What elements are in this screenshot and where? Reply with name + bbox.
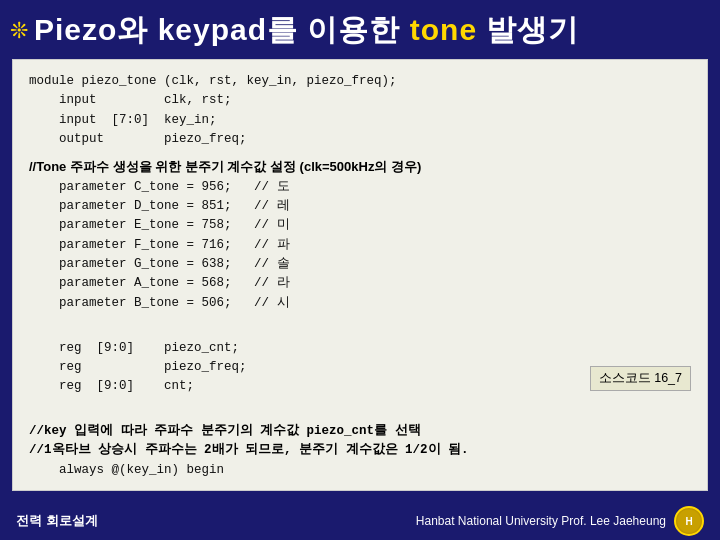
module-decl-line: module piezo_tone (clk, rst, key_in, pie… [29, 72, 691, 91]
hanbat-logo: H [674, 506, 704, 536]
blank-line-2 [29, 403, 691, 422]
tone-comment-header: //Tone 주파수 생성을 위한 분주기 계수값 설정 (clk=500kHz… [29, 158, 691, 176]
param-d: parameter D_tone = 851; // 레 [29, 197, 691, 216]
parameters-block: parameter C_tone = 956; // 도 parameter D… [29, 178, 691, 314]
university-text: Hanbat National University Prof. Lee Jae… [416, 514, 666, 528]
param-f: parameter F_tone = 716; // 파 [29, 236, 691, 255]
title-prefix: Piezo와 keypad를 이용한 [34, 13, 410, 46]
param-a: parameter A_tone = 568; // 라 [29, 274, 691, 293]
input-line-2: input [7:0] key_in; [29, 111, 691, 130]
param-e: parameter E_tone = 758; // 미 [29, 216, 691, 235]
blank-line-1 [29, 319, 691, 338]
page-title: Piezo와 keypad를 이용한 tone 발생기 [34, 10, 579, 51]
key-comment-2: //1옥타브 상승시 주파수는 2배가 되므로, 분주기 계수값은 1/2이 됨… [29, 441, 691, 460]
param-g: parameter G_tone = 638; // 솔 [29, 255, 691, 274]
source-badge: 소스코드 16_7 [590, 366, 691, 391]
title-suffix: 발생기 [477, 13, 579, 46]
param-c: parameter C_tone = 956; // 도 [29, 178, 691, 197]
always-line: always @(key_in) begin [29, 461, 691, 480]
key-comment-1: //key 입력에 따라 주파수 분주기의 계수값 piezo_cnt를 선택 [29, 422, 691, 441]
bottom-right-area: Hanbat National University Prof. Lee Jae… [416, 506, 704, 536]
input-line-3: output piezo_freq; [29, 130, 691, 149]
bottom-left-label: 전력 회로설계 [16, 512, 98, 530]
reg-line-1: reg [9:0] piezo_cnt; [29, 339, 691, 358]
bottom-bar: 전력 회로설계 Hanbat National University Prof.… [0, 502, 720, 540]
param-b: parameter B_tone = 506; // 시 [29, 294, 691, 313]
title-highlight: tone [410, 13, 477, 46]
title-icon: ❊ [10, 18, 28, 44]
title-bar: ❊ Piezo와 keypad를 이용한 tone 발생기 [0, 0, 720, 59]
reg-block: reg [9:0] piezo_cnt; reg piezo_freq; reg… [29, 339, 691, 397]
module-declaration-block: module piezo_tone (clk, rst, key_in, pie… [29, 72, 691, 150]
code-panel: module piezo_tone (clk, rst, key_in, pie… [12, 59, 708, 491]
input-line-1: input clk, rst; [29, 91, 691, 110]
